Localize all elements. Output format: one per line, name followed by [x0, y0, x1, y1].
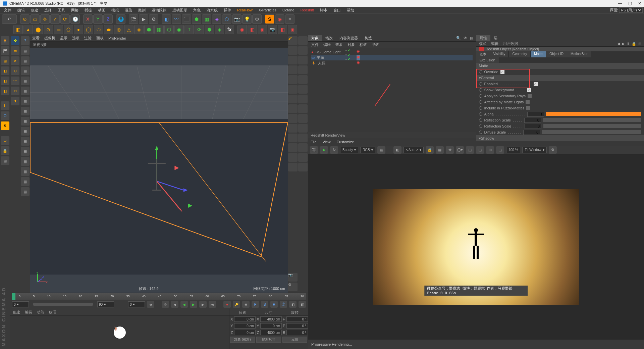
primitive-poly[interactable]: ⬠ — [64, 25, 73, 34]
grid16[interactable]: ▦ — [21, 187, 30, 196]
om-eye-icon[interactable]: 👁 — [464, 36, 467, 40]
menu-realflow[interactable]: RealFlow — [234, 7, 255, 13]
sr2-14[interactable] — [298, 163, 308, 171]
menu-render[interactable]: 渲染 — [122, 7, 135, 13]
rv-channel-select[interactable]: RGB ▾ — [360, 147, 375, 153]
primitive-plane[interactable]: ▭ — [54, 25, 63, 34]
primitive-oiltank[interactable]: ⬬ — [104, 25, 113, 34]
rv-render-button[interactable]: 🎬 — [310, 146, 318, 154]
attr-tab2-vis[interactable]: Visibility — [490, 51, 509, 57]
om-tags[interactable]: ◉ ◉ ◉ — [357, 49, 360, 66]
menu-octane[interactable]: Octane — [280, 7, 297, 13]
menu-window[interactable]: 窗口 — [331, 7, 343, 13]
xp-icon3[interactable]: ≡ — [285, 14, 294, 24]
step-fwd-button[interactable]: ▶ — [199, 301, 207, 308]
arrow-tool[interactable]: ➤ — [11, 56, 19, 65]
rotate-button[interactable]: ⟳ — [60, 14, 70, 24]
secondary-checkbox[interactable] — [528, 94, 532, 98]
primitive-torus[interactable]: ◯ — [84, 25, 93, 34]
attr-nav-new-icon[interactable]: ⊞ — [638, 42, 641, 46]
menu-xparticles[interactable]: X-Particles — [256, 7, 279, 13]
rv-zoom-field[interactable]: 100 % — [506, 147, 520, 153]
attr-secondary[interactable]: Apply to Secondary Rays — [476, 93, 644, 99]
rs-light3[interactable]: ◉ — [258, 25, 267, 34]
vp-menu-display[interactable]: 显示 — [60, 36, 67, 41]
om-row-domelight[interactable]: ●RS Dome Light — [311, 49, 473, 55]
generator-button[interactable]: ⬢ — [192, 14, 201, 24]
vp-menu-options[interactable]: 选项 — [72, 36, 79, 41]
key-opt1-button[interactable]: ◧ — [289, 301, 297, 308]
rv-snap4-button[interactable]: ⬚ — [496, 146, 504, 154]
pos-y[interactable]: 0 cm — [234, 323, 256, 329]
palette-btn-o[interactable]: O — [1, 111, 9, 120]
rv-menu-file[interactable]: File — [311, 140, 317, 144]
range-slider[interactable] — [33, 303, 93, 306]
palette-btn-person[interactable]: 🧍 — [1, 36, 9, 45]
alpha-slider[interactable] — [546, 112, 641, 116]
sr2-6[interactable] — [298, 85, 308, 94]
grid15[interactable]: ▦ — [21, 177, 30, 186]
goto-start-button[interactable]: ⏮ — [147, 301, 154, 308]
rs-light6[interactable]: ◉ — [288, 25, 297, 34]
sr2-4[interactable] — [298, 65, 308, 74]
size-y[interactable]: 0 cm — [260, 323, 282, 329]
menu-file[interactable]: 文件 — [1, 7, 14, 13]
primitive-cone[interactable]: ▲ — [23, 25, 33, 34]
range-start-field[interactable] — [12, 301, 29, 307]
layout-select[interactable]: RS (用户) — [619, 7, 643, 13]
history-button[interactable]: 🕐 — [70, 14, 80, 24]
rv-bucket-icon[interactable]: ▦ — [377, 146, 385, 154]
object-manager[interactable]: ●RS Dome Light ▭平面 🧍人偶 ▪✔ ▪✔ ▪✔ ◉ ◉ ◉ — [308, 48, 476, 132]
primitive-tube[interactable]: ◎ — [114, 25, 123, 34]
attr-menu-mode[interactable]: 模式 — [479, 41, 486, 46]
om-tab-takes[interactable]: 场次 — [322, 35, 336, 41]
rv-lock-button[interactable]: 🔒 — [426, 146, 434, 154]
live-sel-button[interactable]: ⊙ — [20, 14, 30, 24]
key-r-button[interactable]: R — [270, 301, 278, 308]
matpanel-tex[interactable]: 纹理 — [49, 310, 56, 315]
render-view[interactable]: 微信公众号：野鹿志 微博：野鹿志 作者：马鹿野郎 Frame 0 0.66s — [308, 154, 644, 340]
play-back-button[interactable]: ◀ — [180, 301, 188, 308]
sr2-7[interactable] — [298, 95, 308, 103]
grid2[interactable]: ▦ — [21, 46, 30, 55]
attr-enabled[interactable]: Enabled . . . . . . . . . . . . . . . .✔ — [476, 81, 644, 87]
attr-showbg[interactable]: Show Background . . . . .✔ — [476, 87, 644, 93]
om-row-plane[interactable]: ▭平面 — [311, 55, 473, 60]
om-menu-view[interactable]: 查看 — [335, 42, 343, 47]
primitive-cylinder[interactable]: ⬤ — [34, 25, 43, 34]
render-pv-button[interactable]: ▶ — [139, 14, 148, 24]
scale-button[interactable]: ⤢ — [50, 14, 60, 24]
override-checkbox[interactable]: ✔ — [500, 70, 504, 74]
sr-12[interactable] — [288, 143, 298, 152]
alpha-field[interactable] — [527, 112, 544, 117]
attr-alpha[interactable]: Alpha . . . . . . . . . . . . . . . — [476, 111, 644, 117]
grid7[interactable]: ▦ — [21, 97, 30, 105]
menu-help[interactable]: 帮助 — [344, 7, 357, 13]
undo-button[interactable]: ↶ — [2, 14, 17, 24]
menu-pipeline[interactable]: 流水线 — [204, 7, 220, 13]
key-s-button[interactable]: S — [261, 301, 268, 308]
grid14[interactable]: ▦ — [21, 167, 30, 176]
palette-btn-magnet[interactable]: ⊃ — [1, 136, 9, 145]
showbg-checkbox[interactable]: ✔ — [527, 88, 531, 92]
palette-btn-flag[interactable]: 🏁 — [1, 46, 9, 55]
menu-char[interactable]: 角色 — [191, 7, 203, 13]
matpanel-create[interactable]: 创建 — [13, 310, 20, 315]
sr-11[interactable] — [288, 134, 298, 142]
menu-anim[interactable]: 动画 — [95, 7, 108, 13]
attr-tab2-motion[interactable]: Motion Blur — [567, 51, 591, 57]
attr-reflscale[interactable]: Reflection Scale . . . . . — [476, 117, 644, 123]
sr2-5[interactable] — [298, 75, 308, 84]
om-search-icon[interactable]: 🔍 — [456, 36, 461, 40]
rot-h[interactable]: 0 ° — [286, 316, 308, 322]
help-tool[interactable]: ? — [21, 36, 30, 45]
sr-brush[interactable]: 🖌 — [288, 36, 298, 45]
rv-settings-button[interactable]: ⚙ — [549, 146, 557, 154]
rot-b[interactable]: 0 ° — [286, 330, 308, 335]
mograph-3[interactable]: ⬡ — [164, 25, 174, 34]
move-button[interactable]: ✥ — [40, 14, 50, 24]
rv-grid1-button[interactable]: ▦ — [436, 146, 444, 154]
grid5[interactable]: ▦ — [21, 77, 30, 85]
extrude-tool[interactable]: ⬆ — [11, 97, 19, 105]
matpanel-edit[interactable]: 编辑 — [25, 310, 32, 315]
